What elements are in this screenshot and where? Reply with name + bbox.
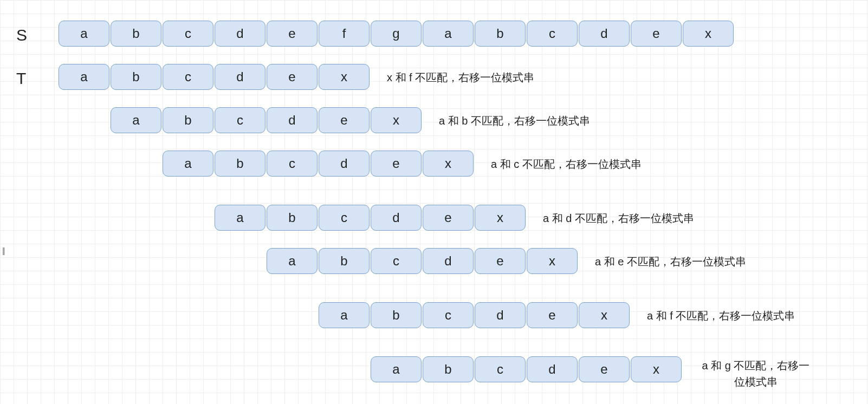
t-cell: e	[267, 64, 318, 90]
s-cell: e	[267, 21, 318, 47]
t-cell: c	[319, 205, 370, 231]
t-cell: d	[371, 205, 422, 231]
mismatch-annotation: a 和 c 不匹配，右移一位模式串	[491, 157, 642, 172]
t-cell: a	[111, 107, 161, 133]
t-cell: x	[423, 151, 474, 177]
pattern-row: abcdex	[215, 205, 527, 231]
t-cell: d	[215, 64, 265, 90]
s-cell: b	[475, 21, 526, 47]
s-cell: a	[423, 21, 474, 47]
pattern-row: abcdex	[111, 107, 423, 133]
t-cell: a	[215, 205, 265, 231]
s-cell: c	[163, 21, 213, 47]
t-cell: c	[215, 107, 265, 133]
pattern-row: abcdex	[267, 248, 579, 274]
t-cell: d	[423, 248, 474, 274]
mismatch-annotation: a 和 g 不匹配，右移一位模式串	[699, 357, 813, 390]
mismatch-annotation: a 和 d 不匹配，右移一位模式串	[543, 211, 694, 226]
t-cell: b	[163, 107, 213, 133]
t-cell: a	[163, 151, 213, 177]
mismatch-annotation: a 和 b 不匹配，右移一位模式串	[439, 114, 590, 128]
pattern-row: abcdex	[371, 356, 683, 382]
t-cell: b	[423, 356, 474, 382]
t-cell: d	[267, 107, 318, 133]
t-cell: e	[527, 302, 578, 328]
t-cell: d	[319, 151, 370, 177]
t-cell: e	[371, 151, 422, 177]
t-cell: b	[371, 302, 422, 328]
mismatch-annotation: a 和 f 不匹配，右移一位模式串	[647, 309, 795, 323]
t-cell: e	[423, 205, 474, 231]
s-cell: x	[683, 21, 734, 47]
t-cell: b	[319, 248, 370, 274]
t-cell: x	[631, 356, 682, 382]
s-cell: c	[527, 21, 578, 47]
s-cell: e	[631, 21, 682, 47]
t-cell: x	[319, 64, 370, 90]
t-cell: c	[371, 248, 422, 274]
t-cell: a	[59, 64, 109, 90]
pattern-row: abcdex	[319, 302, 631, 328]
t-cell: a	[267, 248, 318, 274]
t-cell: b	[111, 64, 161, 90]
t-cell: b	[215, 151, 265, 177]
t-cell: a	[319, 302, 370, 328]
s-cell: f	[319, 21, 370, 47]
t-cell: d	[527, 356, 578, 382]
s-cell: d	[579, 21, 630, 47]
label-s: S	[16, 26, 27, 44]
t-cell: d	[475, 302, 526, 328]
drag-handle-icon: ||	[2, 246, 4, 255]
t-cell: x	[527, 248, 578, 274]
t-cell: c	[163, 64, 213, 90]
string-s-row: abcdefgabcdex	[59, 21, 735, 47]
s-cell: d	[215, 21, 265, 47]
s-cell: g	[371, 21, 422, 47]
t-cell: x	[579, 302, 630, 328]
s-cell: b	[111, 21, 161, 47]
mismatch-annotation: x 和 f 不匹配，右移一位模式串	[387, 70, 534, 85]
t-cell: c	[475, 356, 526, 382]
t-cell: b	[267, 205, 318, 231]
t-cell: e	[319, 107, 370, 133]
t-cell: e	[579, 356, 630, 382]
mismatch-annotation: a 和 e 不匹配，右移一位模式串	[595, 255, 746, 269]
t-cell: x	[371, 107, 422, 133]
t-cell: c	[267, 151, 318, 177]
t-cell: a	[371, 356, 422, 382]
label-t: T	[16, 69, 26, 88]
pattern-row: abcdex	[163, 151, 475, 177]
t-cell: e	[475, 248, 526, 274]
t-cell: c	[423, 302, 474, 328]
pattern-row: abcdex	[59, 64, 371, 90]
t-cell: x	[475, 205, 526, 231]
s-cell: a	[59, 21, 109, 47]
